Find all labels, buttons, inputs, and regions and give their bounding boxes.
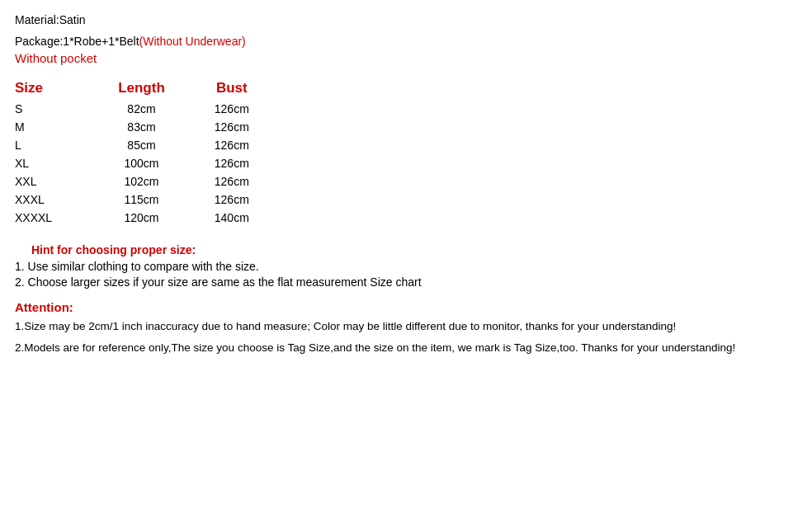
table-row: XL100cm126cm xyxy=(15,154,299,172)
attention-item: 1.Size may be 2cm/1 inch inaccuracy due … xyxy=(15,318,797,335)
table-cell: 126cm xyxy=(215,154,299,172)
table-row: XXL102cm126cm xyxy=(15,172,299,190)
table-cell: 126cm xyxy=(215,190,299,209)
package-suffix: (Without Underwear) xyxy=(139,35,246,48)
table-cell: 85cm xyxy=(118,136,215,154)
table-cell: L xyxy=(15,136,118,154)
attention-item: 2.Models are for reference only,The size… xyxy=(15,340,797,356)
size-table-header: Bust xyxy=(215,77,299,100)
without-pocket-text: Without pocket xyxy=(15,51,797,65)
table-row: L85cm126cm xyxy=(15,136,299,154)
table-cell: XXL xyxy=(15,172,118,190)
table-row: S82cm126cm xyxy=(15,100,299,118)
hint-item: 1. Use similar clothing to compare with … xyxy=(15,260,797,273)
table-cell: 126cm xyxy=(215,136,299,154)
hint-section: Hint for choosing proper size: 1. Use si… xyxy=(15,243,797,289)
table-cell: 120cm xyxy=(118,209,215,227)
attention-section: Attention: 1.Size may be 2cm/1 inch inac… xyxy=(15,300,797,357)
hint-title: Hint for choosing proper size: xyxy=(31,243,797,256)
table-cell: 83cm xyxy=(118,118,215,136)
table-row: XXXXL120cm140cm xyxy=(15,209,299,227)
table-cell: 100cm xyxy=(118,154,215,172)
table-cell: 126cm xyxy=(215,118,299,136)
table-cell: M xyxy=(15,118,118,136)
table-cell: 140cm xyxy=(215,209,299,227)
package-text: Package:1*Robe+1*Belt(Without Underwear) xyxy=(15,35,797,48)
table-row: M83cm126cm xyxy=(15,118,299,136)
table-cell: 126cm xyxy=(215,172,299,190)
table-cell: 82cm xyxy=(118,100,215,118)
table-cell: XXXL xyxy=(15,190,118,209)
table-row: XXXL115cm126cm xyxy=(15,190,299,209)
table-cell: S xyxy=(15,100,118,118)
table-cell: 126cm xyxy=(215,100,299,118)
size-table: SizeLengthBust S82cm126cmM83cm126cmL85cm… xyxy=(15,77,299,227)
table-cell: 102cm xyxy=(118,172,215,190)
package-prefix: Package:1*Robe+1*Belt xyxy=(15,35,139,48)
material-text: Material:Satin xyxy=(15,13,797,26)
attention-title: Attention: xyxy=(15,300,797,314)
table-cell: XL xyxy=(15,154,118,172)
size-table-header: Length xyxy=(118,77,215,100)
hint-item: 2. Choose larger sizes if your size are … xyxy=(15,275,797,289)
table-cell: 115cm xyxy=(118,190,215,209)
table-cell: XXXXL xyxy=(15,209,118,227)
size-table-header: Size xyxy=(15,77,118,100)
